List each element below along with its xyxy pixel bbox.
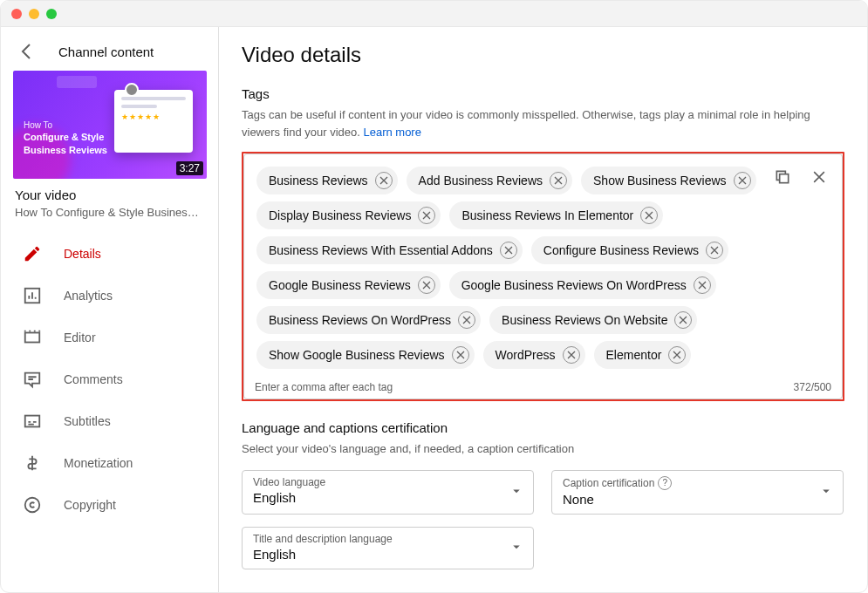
sidebar-item-label: Comments	[64, 372, 123, 386]
sidebar: Channel content ★★★★★ How To Configure &…	[1, 27, 219, 592]
tag-remove-icon[interactable]	[668, 346, 686, 364]
tag-label: Google Business Reviews On WordPress	[461, 278, 687, 292]
tag-chip[interactable]: Configure Business Reviews	[531, 236, 728, 264]
tag-remove-icon[interactable]	[550, 172, 567, 189]
tag-label: Business Reviews In Elementor	[461, 208, 633, 222]
sidebar-item-label: Editor	[64, 331, 96, 344]
tag-label: Business Reviews On WordPress	[269, 313, 451, 327]
sidebar-header-title: Channel content	[58, 44, 154, 59]
tag-remove-icon[interactable]	[458, 311, 475, 329]
copy-tags-icon[interactable]	[772, 167, 793, 187]
video-thumbnail[interactable]: ★★★★★ How To Configure & Style Business …	[13, 71, 207, 179]
monetization-icon	[22, 453, 43, 474]
analytics-icon	[22, 285, 43, 306]
svg-rect-4	[780, 174, 789, 183]
window-close-dot[interactable]	[11, 9, 22, 19]
subtitles-icon	[22, 411, 43, 432]
sidebar-item-analytics[interactable]: Analytics	[1, 275, 218, 317]
sidebar-item-label: Copyright	[64, 498, 116, 512]
tag-remove-icon[interactable]	[563, 346, 580, 364]
tag-chip[interactable]: Business Reviews On WordPress	[256, 306, 481, 334]
tag-remove-icon[interactable]	[734, 172, 751, 189]
tags-heading: Tags	[242, 86, 844, 101]
tag-chip[interactable]: Google Business Reviews	[256, 271, 441, 299]
main-content: Video details Tags Tags can be useful if…	[219, 27, 867, 592]
tag-remove-icon[interactable]	[375, 172, 393, 189]
your-video-title: How To Configure & Style Business …	[15, 206, 204, 219]
editor-icon	[22, 327, 43, 348]
tag-remove-icon[interactable]	[640, 207, 658, 224]
window-zoom-dot[interactable]	[46, 9, 57, 19]
language-description: Select your video's language and, if nee…	[242, 440, 844, 458]
tag-chip[interactable]: Add Business Reviews	[407, 167, 572, 194]
video-language-select[interactable]: Video language English	[242, 470, 534, 515]
video-language-label: Video language	[253, 476, 523, 488]
tag-chip[interactable]: Display Business Reviews	[256, 201, 441, 229]
svg-rect-1	[25, 333, 40, 343]
tags-learn-more-link[interactable]: Learn more	[363, 126, 420, 139]
sidebar-item-subtitles[interactable]: Subtitles	[1, 400, 218, 442]
tag-label: Elementor	[606, 348, 662, 362]
comments-icon	[22, 369, 43, 390]
video-language-value: English	[253, 490, 523, 505]
tag-label: Show Google Business Reviews	[269, 348, 445, 362]
tag-remove-icon[interactable]	[418, 276, 435, 294]
tag-remove-icon[interactable]	[418, 207, 435, 224]
tag-chip[interactable]: Google Business Reviews On WordPress	[449, 271, 716, 299]
tag-label: Business Reviews	[269, 174, 368, 187]
tags-hint: Enter a comma after each tag	[255, 381, 393, 393]
clear-tags-icon[interactable]	[809, 167, 830, 187]
tag-chip[interactable]: Elementor	[594, 341, 692, 369]
help-icon[interactable]: ?	[658, 476, 672, 490]
sidebar-item-copyright[interactable]: Copyright	[1, 484, 218, 526]
tag-chip[interactable]: Business Reviews In Elementor	[449, 201, 663, 229]
your-video-label: Your video	[15, 187, 204, 202]
thumb-line2: Configure & Style	[24, 131, 107, 143]
thumb-line1: How To	[24, 119, 107, 131]
copyright-icon	[22, 494, 43, 515]
dropdown-icon	[818, 483, 834, 502]
caption-cert-value: None	[563, 492, 832, 507]
tag-remove-icon[interactable]	[452, 346, 469, 364]
tag-label: Google Business Reviews	[269, 278, 411, 292]
tags-highlight-frame: Business ReviewsAdd Business ReviewsShow…	[242, 152, 844, 401]
sidebar-item-details[interactable]: Details	[1, 233, 218, 275]
tags-input-box[interactable]: Business ReviewsAdd Business ReviewsShow…	[243, 153, 843, 399]
tag-chip[interactable]: Business Reviews On Website	[489, 306, 697, 334]
tag-label: Configure Business Reviews	[543, 243, 699, 257]
tag-label: Business Reviews With Essential Addons	[269, 243, 493, 257]
tag-chip[interactable]: Business Reviews	[256, 167, 398, 194]
tag-remove-icon[interactable]	[694, 276, 711, 294]
dropdown-icon	[509, 539, 524, 558]
caption-certification-select[interactable]: Caption certification ? None	[551, 470, 844, 515]
svg-point-3	[25, 498, 40, 513]
sidebar-item-monetization[interactable]: Monetization	[1, 442, 218, 484]
video-duration-badge: 3:27	[176, 161, 203, 175]
tag-remove-icon[interactable]	[500, 242, 517, 259]
tag-chip[interactable]: Show Business Reviews	[581, 167, 756, 194]
title-desc-language-select[interactable]: Title and description language English	[242, 527, 534, 569]
details-icon	[22, 243, 43, 264]
tag-remove-icon[interactable]	[706, 242, 723, 259]
sidebar-item-comments[interactable]: Comments	[1, 358, 218, 400]
dropdown-icon	[509, 483, 524, 502]
tag-chip[interactable]: Show Google Business Reviews	[256, 341, 475, 369]
sidebar-nav: DetailsAnalyticsEditorCommentsSubtitlesM…	[1, 233, 218, 526]
sidebar-item-label: Analytics	[64, 289, 113, 303]
thumb-line3: Business Reviews	[24, 144, 107, 156]
caption-cert-label: Caption certification	[563, 477, 654, 489]
tag-label: WordPress	[496, 348, 556, 362]
sidebar-item-editor[interactable]: Editor	[1, 317, 218, 358]
tag-chip[interactable]: Business Reviews With Essential Addons	[256, 236, 523, 264]
language-heading: Language and captions certification	[242, 420, 844, 435]
sidebar-item-label: Monetization	[64, 456, 133, 470]
tag-chip[interactable]: WordPress	[483, 341, 585, 369]
tag-label: Business Reviews On Website	[502, 313, 667, 327]
title-desc-lang-label: Title and description language	[253, 533, 523, 545]
page-title: Video details	[242, 43, 844, 67]
window-minimize-dot[interactable]	[29, 9, 39, 19]
sidebar-item-label: Details	[64, 247, 101, 261]
back-arrow-icon[interactable]	[17, 41, 38, 62]
tag-remove-icon[interactable]	[674, 311, 692, 329]
title-desc-lang-value: English	[253, 547, 523, 562]
